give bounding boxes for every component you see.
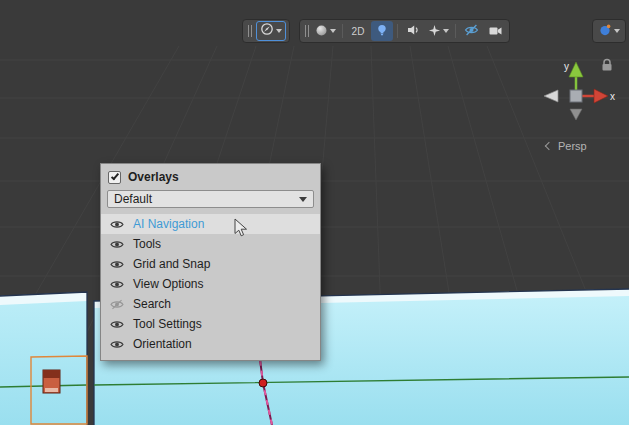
compass-icon [260,22,274,40]
mouse-cursor [234,218,250,239]
eye-off-icon [464,23,479,39]
toolbar-separator [397,24,398,38]
2d-toggle-button[interactable]: 2D [347,21,369,41]
x-axis-cone[interactable] [594,89,608,103]
overlay-item-label: View Options [133,277,203,291]
gizmos-toolbar [592,19,626,43]
chevron-down-icon [299,197,307,202]
chevron-down-icon [276,29,282,33]
overlays-menu-title: Overlays [128,170,179,184]
unity-scene-view[interactable]: 2D [0,0,629,425]
y-axis-label: y [564,61,569,72]
preset-dropdown[interactable]: Default [107,190,314,208]
overlay-item-grid-and-snap[interactable]: Grid and Snap [101,254,320,274]
overlay-item-orientation[interactable]: Orientation [101,334,320,354]
eye-icon[interactable] [110,219,124,230]
overlays-enabled-checkbox[interactable] [108,171,121,184]
sparkle-icon [428,24,441,39]
toolbar-separator [342,24,343,38]
scene-object-cube[interactable] [43,370,60,393]
visibility-toggle-button[interactable] [460,21,482,41]
drag-handle-icon[interactable] [246,25,254,37]
gizmos-dropdown-button[interactable] [596,21,622,41]
2d-label: 2D [352,26,365,37]
gizmo-sphere-icon [598,23,612,39]
camera-settings-button[interactable] [484,21,506,41]
lighting-toggle-button[interactable] [371,21,393,41]
overlays-menu: Overlays Default AI Navigation Too [100,163,321,361]
overlay-item-label: Tools [133,237,161,251]
eye-off-icon[interactable] [110,299,124,310]
gizmo-center-cube[interactable] [570,90,582,102]
chevron-down-icon [330,29,336,33]
y-axis-cone[interactable] [569,62,583,77]
effects-dropdown-button[interactable] [426,21,451,41]
lightbulb-icon [375,23,389,39]
eye-icon[interactable] [110,339,124,350]
view-options-toolbar: 2D [299,19,510,43]
speaker-icon [406,23,420,39]
lock-icon[interactable] [600,58,614,72]
overlay-item-label: Search [133,297,171,311]
overlay-menu-toolbar [242,19,290,43]
overlay-item-label: AI Navigation [133,217,204,231]
scene-toolbar: 2D [242,19,626,43]
overlay-item-label: Grid and Snap [133,257,210,271]
overlay-menu-button[interactable] [256,21,286,41]
eye-icon[interactable] [110,319,124,330]
overlay-item-label: Orientation [133,337,192,351]
camera-icon [488,24,503,39]
projection-toggle[interactable]: Persp [546,140,587,152]
neg-y-axis-cone[interactable] [570,109,582,120]
overlay-item-tools[interactable]: Tools [101,234,320,254]
navmesh-left-block [0,292,87,425]
x-axis-label: x [610,91,615,102]
overlay-item-view-options[interactable]: View Options [101,274,320,294]
sphere-icon [315,24,328,39]
checkmark-icon [110,172,118,181]
audio-toggle-button[interactable] [402,21,424,41]
chevron-down-icon [443,29,449,33]
drag-handle-icon[interactable] [303,25,311,37]
preset-dropdown-value: Default [114,192,299,206]
overlay-item-label: Tool Settings [133,317,202,331]
eye-icon[interactable] [110,239,124,250]
overlay-item-search[interactable]: Search [101,294,320,314]
path-endpoint [259,379,267,387]
projection-label: Persp [558,140,587,152]
eye-icon[interactable] [110,279,124,290]
shading-mode-button[interactable] [313,21,338,41]
eye-icon[interactable] [110,259,124,270]
neg-x-axis-cone[interactable] [544,90,558,102]
overlay-item-ai-navigation[interactable]: AI Navigation [101,214,320,234]
chevron-down-icon [614,29,620,33]
gizmo-menu-arrow-icon [545,142,553,150]
toolbar-separator [455,24,456,38]
overlay-item-tool-settings[interactable]: Tool Settings [101,314,320,334]
